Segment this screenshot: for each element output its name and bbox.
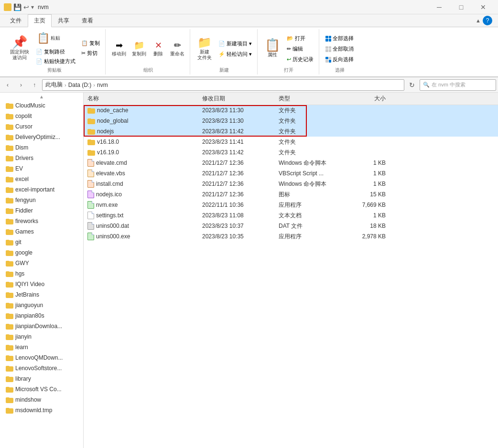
history-label: 历史记录 (292, 56, 314, 63)
sidebar-item-jianpian80s[interactable]: jianpian80s (0, 310, 83, 321)
edit-label: 编辑 (292, 45, 303, 53)
table-row[interactable]: node_cache 2023/8/23 11:30 文件夹 (84, 105, 498, 116)
breadcrumb-this-pc[interactable]: 此电脑 (45, 81, 63, 89)
maximize-button[interactable]: □ (450, 0, 472, 14)
open-label: 打开 (295, 35, 305, 42)
tab-share[interactable]: 共享 (52, 14, 76, 27)
tab-view[interactable]: 查看 (76, 14, 99, 27)
address-path[interactable]: 此电脑 › Data (D:) › nvm (42, 79, 404, 91)
sidebar-item-excel[interactable]: excel (0, 174, 83, 184)
table-row[interactable]: install.cmd 2021/12/7 12:36 Windows 命令脚本… (84, 179, 498, 189)
quick-menu-icon[interactable]: ▾ (31, 4, 34, 11)
quick-undo-icon[interactable]: ↩ (23, 3, 29, 11)
sidebar-item-fiddler[interactable]: Fiddler (0, 205, 83, 216)
tab-file[interactable]: 文件 (4, 14, 28, 27)
table-row[interactable]: elevate.vbs 2021/12/7 12:36 VBScript Scr… (84, 168, 498, 179)
sidebar-item-cursor[interactable]: Cursor (0, 121, 83, 132)
col-header-type[interactable]: 类型 (275, 95, 342, 103)
breadcrumb-data-d[interactable]: Data (D:) (68, 82, 92, 88)
copy-to-button[interactable]: 📁 复制到 (130, 38, 149, 58)
file-cell-name: nvm.exe (84, 201, 198, 209)
ribbon-group-open: 📋 属性 📂 打开 ✏ 编辑 ↩ 历史记录 (259, 29, 319, 75)
sidebar-item-jianpiandownload[interactable]: jianpianDownloa... (0, 321, 83, 331)
table-row[interactable]: nvm.exe 2022/11/1 10:36 应用程序 7,669 KB (84, 200, 498, 210)
sidebar-item-mindshow[interactable]: mindshow (0, 395, 83, 405)
sidebar-item-delivery[interactable]: DeliveryOptimiz... (0, 132, 83, 142)
sidebar-item-google[interactable]: google (0, 247, 83, 258)
sidebar-item-lenovosoft[interactable]: LenovoSoftstore... (0, 363, 83, 373)
pin-to-quickaccess-button[interactable]: 📌 固定到快 速访问 (7, 34, 32, 63)
sidebar-item-gwy[interactable]: GWY (0, 258, 83, 268)
copy-path-button[interactable]: 📄 复制路径 (33, 47, 78, 56)
file-cell-type: 文本文档 (275, 212, 342, 220)
sidebar-item-dism[interactable]: Dism (0, 142, 83, 153)
sidebar-item-games[interactable]: Games (0, 226, 83, 237)
refresh-button[interactable]: ↻ (406, 79, 418, 91)
table-row[interactable]: nodejs 2023/8/23 11:42 文件夹 (84, 126, 498, 137)
sidebar-item-learn[interactable]: learn (0, 342, 83, 352)
easy-access-button[interactable]: ⚡ 轻松访问 ▾ (216, 50, 254, 59)
table-row[interactable]: nodejs.ico 2021/12/7 12:36 图标 15 KB (84, 189, 498, 200)
cut-button[interactable]: ✂ 剪切 (79, 49, 102, 58)
folder-icon (87, 128, 95, 135)
delete-button[interactable]: ✕ 删除 (150, 38, 167, 58)
invert-selection-button[interactable]: 反向选择 (323, 55, 356, 64)
up-button[interactable]: ↑ (29, 79, 40, 91)
table-row[interactable]: v16.19.0 2023/8/23 11:42 文件夹 (84, 147, 498, 158)
search-box[interactable]: 🔍 在 nvm 中搜索 (420, 79, 496, 91)
breadcrumb-nvm[interactable]: nvm (97, 82, 108, 88)
sidebar-item-copolit[interactable]: copolit (0, 111, 83, 121)
ribbon-collapse-button[interactable]: ▲ (476, 18, 481, 23)
quick-save-icon[interactable]: 💾 (13, 3, 22, 11)
sidebar-item-fengyun[interactable]: fengyun (0, 195, 83, 205)
sidebar-item-jianguoyun[interactable]: jianguoyun (0, 300, 83, 310)
sidebar-item-cloudmusic[interactable]: CloudMusic (0, 100, 83, 111)
sidebar-item-hgs[interactable]: hgs (0, 268, 83, 279)
back-button[interactable]: ‹ (2, 79, 13, 91)
table-row[interactable]: node_global 2023/8/23 11:30 文件夹 (84, 116, 498, 126)
sidebar-item-ev[interactable]: EV (0, 163, 83, 174)
sidebar-label: DeliveryOptimiz... (15, 134, 60, 140)
sidebar-item-git[interactable]: git (0, 237, 83, 247)
sidebar-item-library[interactable]: library (0, 373, 83, 384)
select-all-button[interactable]: 全部选择 (323, 34, 356, 43)
sidebar-item-excel-important[interactable]: excel-important (0, 184, 83, 195)
rename-button[interactable]: ✏ 重命名 (168, 38, 187, 58)
sidebar-item-jianyin[interactable]: jianyin (0, 331, 83, 342)
table-row[interactable]: settings.txt 2023/8/23 11:08 文本文档 1 KB (84, 210, 498, 221)
sidebar-item-ms-vs[interactable]: Microsoft VS Co... (0, 384, 83, 395)
table-row[interactable]: v16.18.0 2023/8/23 11:41 文件夹 (84, 137, 498, 147)
file-cell-date: 2023/8/23 10:35 (198, 233, 275, 240)
close-button[interactable]: ✕ (472, 0, 494, 14)
delete-icon: ✕ (152, 40, 164, 51)
minimize-button[interactable]: ─ (428, 0, 450, 14)
paste-shortcut-button[interactable]: 📄 粘贴快捷方式 (33, 57, 78, 66)
sidebar-item-drivers[interactable]: Drivers (0, 153, 83, 163)
new-folder-button[interactable]: 📁 新建文件夹 (194, 34, 215, 63)
forward-button[interactable]: › (15, 79, 27, 91)
table-row[interactable]: elevate.cmd 2021/12/7 12:36 Windows 命令脚本… (84, 158, 498, 168)
sidebar-item-msdownld[interactable]: msdownld.tmp (0, 405, 83, 416)
sidebar-item-iqiyi[interactable]: IQIYI Video (0, 279, 83, 289)
col-header-name[interactable]: 名称 (84, 95, 198, 103)
new-item-button[interactable]: 📄 新建项目 ▾ (216, 39, 254, 48)
table-row[interactable]: unins000.dat 2023/8/23 10:37 DAT 文件 18 K… (84, 221, 498, 231)
tab-home[interactable]: 主页 (28, 14, 52, 27)
edit-button[interactable]: ✏ 编辑 (284, 44, 316, 53)
properties-button[interactable]: 📋 属性 (261, 37, 283, 60)
open-button[interactable]: 📂 打开 (284, 34, 316, 43)
move-to-button[interactable]: ➡ 移动到 (109, 38, 129, 58)
sidebar-scroll-up[interactable]: ▲ (0, 93, 83, 100)
history-button[interactable]: ↩ 历史记录 (284, 55, 316, 64)
help-button[interactable]: ? (483, 16, 492, 25)
sidebar-item-jetbrains[interactable]: JetBrains (0, 289, 83, 300)
col-header-date[interactable]: 修改日期 (198, 95, 275, 103)
paste-button[interactable]: 📋 粘贴 (33, 30, 78, 46)
col-header-size[interactable]: 大小 (342, 95, 390, 103)
sidebar-item-fireworks[interactable]: fireworks (0, 216, 83, 226)
ribbon: 文件 主页 共享 查看 ▲ ? 📌 固定到快 速访问 📋 粘贴 (0, 14, 498, 77)
sidebar-item-lenovoqm[interactable]: LenovoQMDown... (0, 352, 83, 363)
deselect-all-button[interactable]: 全部取消 (323, 44, 356, 53)
table-row[interactable]: unins000.exe 2023/8/23 10:35 应用程序 2,978 … (84, 231, 498, 242)
copy-button[interactable]: 📋 复制 (79, 39, 102, 48)
